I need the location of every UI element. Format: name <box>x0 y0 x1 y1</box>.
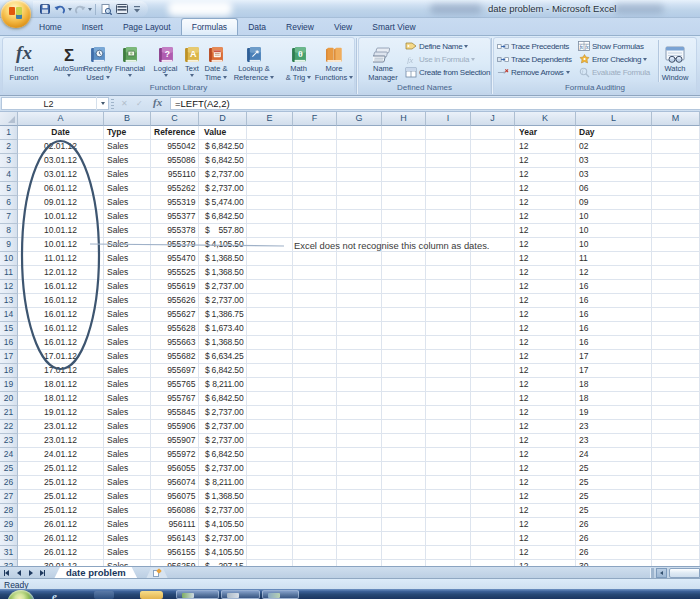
empty-cell[interactable] <box>426 308 471 322</box>
empty-cell[interactable] <box>382 476 426 490</box>
day-cell[interactable]: 06 <box>576 182 652 196</box>
year-cell[interactable]: 12 <box>515 532 576 546</box>
reference-cell[interactable]: 955042 <box>151 140 199 154</box>
empty-cell[interactable] <box>337 434 382 448</box>
date-cell[interactable]: 23.01.12 <box>18 434 104 448</box>
row-number[interactable]: 1 <box>0 126 18 140</box>
empty-cell[interactable] <box>471 364 515 378</box>
empty-cell[interactable] <box>426 406 471 420</box>
empty-cell[interactable] <box>471 168 515 182</box>
day-cell[interactable]: 10 <box>576 210 652 224</box>
empty-cell[interactable] <box>471 210 515 224</box>
reference-cell[interactable]: 955378 <box>151 224 199 238</box>
year-cell[interactable]: 12 <box>515 448 576 462</box>
type-cell[interactable]: Sales <box>104 224 151 238</box>
date-cell[interactable]: 02.01.12 <box>18 140 104 154</box>
day-cell[interactable]: 16 <box>576 280 652 294</box>
row-number[interactable]: 20 <box>0 392 18 406</box>
empty-cell[interactable] <box>247 364 293 378</box>
reference-cell[interactable]: 955470 <box>151 252 199 266</box>
empty-cell[interactable] <box>471 266 515 280</box>
empty-cell[interactable] <box>247 378 293 392</box>
empty-cell[interactable] <box>471 126 515 140</box>
reference-cell[interactable]: 955907 <box>151 434 199 448</box>
empty-cell[interactable] <box>382 224 426 238</box>
prev-sheet-button[interactable] <box>14 569 23 578</box>
type-cell[interactable]: Sales <box>104 490 151 504</box>
empty-cell[interactable] <box>652 182 700 196</box>
empty-cell[interactable] <box>382 462 426 476</box>
type-cell[interactable]: Sales <box>104 462 151 476</box>
empty-cell[interactable] <box>652 392 700 406</box>
empty-cell[interactable] <box>652 336 700 350</box>
row-number[interactable]: 16 <box>0 336 18 350</box>
date-cell[interactable]: 25.01.12 <box>18 476 104 490</box>
empty-cell[interactable] <box>337 196 382 210</box>
date-cell[interactable]: 24.01.12 <box>18 448 104 462</box>
empty-cell[interactable] <box>426 546 471 560</box>
horizontal-scrollbar-thumb[interactable] <box>669 568 700 578</box>
type-cell[interactable]: Sales <box>104 140 151 154</box>
empty-cell[interactable] <box>382 518 426 532</box>
cell-d1[interactable]: Value <box>199 126 247 140</box>
empty-cell[interactable] <box>382 434 426 448</box>
empty-cell[interactable] <box>652 378 700 392</box>
value-cell[interactable]: $2,737.00 <box>199 182 247 196</box>
empty-cell[interactable] <box>337 140 382 154</box>
row-number[interactable]: 6 <box>0 196 18 210</box>
type-cell[interactable]: Sales <box>104 420 151 434</box>
year-cell[interactable]: 12 <box>515 238 576 252</box>
type-cell[interactable]: Sales <box>104 546 151 560</box>
cell-c1[interactable]: Reference <box>151 126 199 140</box>
empty-cell[interactable] <box>293 154 337 168</box>
reference-cell[interactable]: 955619 <box>151 280 199 294</box>
empty-cell[interactable] <box>652 224 700 238</box>
type-cell[interactable]: Sales <box>104 168 151 182</box>
empty-cell[interactable] <box>471 350 515 364</box>
value-cell[interactable]: $2,737.00 <box>199 406 247 420</box>
date-cell[interactable]: 17.01.12 <box>18 364 104 378</box>
day-cell[interactable]: 23 <box>576 434 652 448</box>
empty-cell[interactable] <box>337 322 382 336</box>
type-cell[interactable]: Sales <box>104 448 151 462</box>
empty-cell[interactable] <box>293 294 337 308</box>
year-cell[interactable]: 12 <box>515 266 576 280</box>
empty-cell[interactable] <box>382 364 426 378</box>
empty-cell[interactable] <box>247 476 293 490</box>
day-cell[interactable]: 09 <box>576 196 652 210</box>
type-cell[interactable]: Sales <box>104 532 151 546</box>
day-cell[interactable]: 26 <box>576 518 652 532</box>
empty-cell[interactable] <box>471 308 515 322</box>
empty-cell[interactable] <box>247 126 293 140</box>
empty-cell[interactable] <box>337 490 382 504</box>
empty-cell[interactable] <box>382 182 426 196</box>
empty-cell[interactable] <box>652 280 700 294</box>
empty-cell[interactable] <box>337 280 382 294</box>
year-cell[interactable]: 12 <box>515 196 576 210</box>
print-preview-button[interactable] <box>99 2 114 16</box>
row-number[interactable]: 11 <box>0 266 18 280</box>
empty-cell[interactable] <box>652 294 700 308</box>
row-number[interactable]: 22 <box>0 420 18 434</box>
empty-cell[interactable] <box>247 518 293 532</box>
empty-cell[interactable] <box>471 532 515 546</box>
row-number[interactable]: 26 <box>0 476 18 490</box>
empty-cell[interactable] <box>382 252 426 266</box>
empty-cell[interactable] <box>652 364 700 378</box>
day-cell[interactable]: 18 <box>576 378 652 392</box>
value-cell[interactable]: $4,105.50 <box>199 238 247 252</box>
day-cell[interactable]: 16 <box>576 308 652 322</box>
type-cell[interactable]: Sales <box>104 294 151 308</box>
tab-data[interactable]: Data <box>238 18 276 35</box>
cell-b1[interactable]: Type <box>104 126 151 140</box>
value-cell[interactable]: $6,842.50 <box>199 154 247 168</box>
date-cell[interactable]: 06.01.12 <box>18 182 104 196</box>
empty-cell[interactable] <box>337 378 382 392</box>
empty-cell[interactable] <box>652 350 700 364</box>
value-cell[interactable]: $2,737.00 <box>199 168 247 182</box>
empty-cell[interactable] <box>337 546 382 560</box>
column-header-c[interactable]: C <box>151 112 199 126</box>
value-cell[interactable]: $6,842.50 <box>199 392 247 406</box>
select-all-corner[interactable] <box>0 112 18 126</box>
reference-cell[interactable]: 955682 <box>151 350 199 364</box>
